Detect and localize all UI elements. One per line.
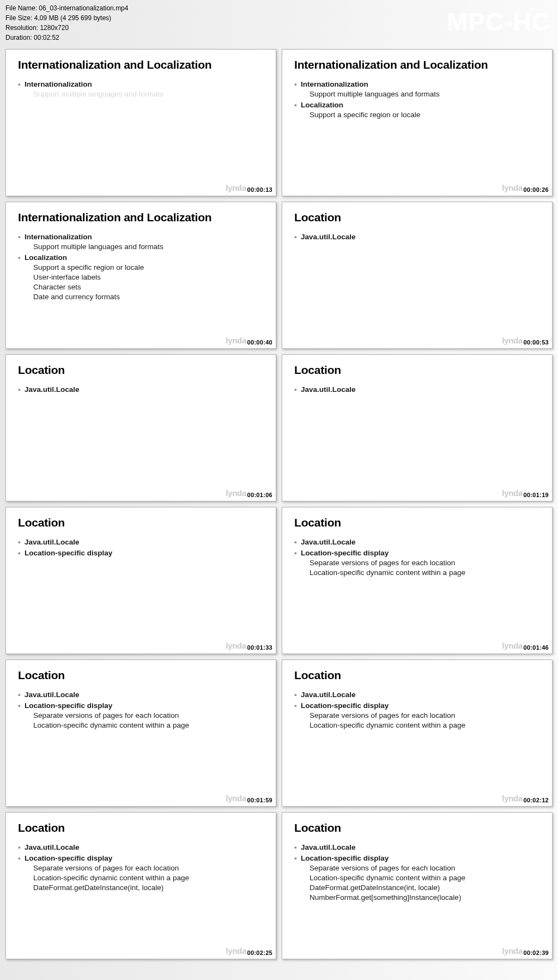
thumbnail-tile[interactable]: LocationJava.util.Localelynda00:01:06: [5, 354, 276, 501]
watermark-text: lynda: [226, 183, 246, 192]
thumbnail-tile[interactable]: LocationJava.util.Localelynda00:01:19: [282, 354, 553, 501]
file-size-label: File Size:: [5, 14, 32, 22]
slide-bullet: Java.util.Locale: [18, 385, 264, 394]
slide-bullet: Java.util.Locale: [18, 843, 264, 851]
slide-bullet: Support a specific region or locale: [294, 111, 540, 119]
slide-title: Internationalization and Localization: [294, 58, 540, 71]
resolution-label: Resolution:: [5, 24, 38, 32]
slide-bullet: Location-specific display: [294, 854, 540, 862]
timestamp-label: 00:00:13: [247, 186, 272, 193]
slide-bullet: Internationalization: [18, 80, 264, 88]
slide-bullet: Date and currency formats: [18, 293, 264, 301]
slide-bullets: Java.util.Locale: [294, 233, 540, 241]
slide-bullets: Java.util.LocaleLocation-specific displa…: [18, 538, 264, 557]
app-title: MPC-HC: [447, 3, 550, 41]
slide-bullets: InternationalizationSupport multiple lan…: [18, 80, 264, 98]
file-size-value: 4,09 MB (4 295 699 bytes): [34, 14, 111, 22]
thumbnail-tile[interactable]: LocationJava.util.LocaleLocation-specifi…: [282, 812, 553, 959]
watermark-text: lynda: [226, 794, 246, 803]
slide-bullet: User-interface labels: [18, 273, 264, 281]
slide-title: Internationalization and Localization: [18, 211, 264, 224]
slide-title: Location: [294, 516, 540, 529]
thumbnail-tile[interactable]: Internationalization and LocalizationInt…: [5, 49, 276, 196]
slide-title: Location: [18, 516, 264, 529]
slide-bullet: Separate versions of pages for each loca…: [18, 711, 264, 719]
slide-bullets: InternationalizationSupport multiple lan…: [18, 233, 264, 301]
slide-bullet: Location-specific dynamic content within…: [294, 721, 540, 729]
watermark-text: lynda: [226, 641, 246, 650]
duration-label: Duration:: [5, 34, 32, 41]
slide-bullets: InternationalizationSupport multiple lan…: [294, 80, 540, 119]
thumbnail-grid: Internationalization and LocalizationInt…: [0, 47, 558, 967]
timestamp-label: 00:00:26: [524, 186, 549, 193]
slide-title: Location: [294, 821, 540, 834]
slide-bullet: Character sets: [18, 283, 264, 291]
slide-bullet: Support multiple languages and formats: [18, 243, 264, 251]
slide-bullet: Location-specific display: [18, 854, 264, 862]
slide-bullet: Java.util.Locale: [18, 691, 264, 699]
slide-bullet: Java.util.Locale: [294, 385, 540, 394]
watermark-text: lynda: [502, 794, 523, 803]
slide-bullet: Support multiple languages and formats: [294, 90, 540, 98]
file-info-header: MPC-HC File Name: 06_03-internationaliza…: [0, 0, 558, 47]
slide-bullet: Location-specific display: [18, 549, 264, 557]
slide-bullet: Java.util.Locale: [294, 538, 540, 546]
watermark-text: lynda: [502, 336, 523, 345]
slide-bullet: Location-specific display: [294, 701, 540, 710]
resolution-value: 1280x720: [40, 24, 69, 32]
thumbnail-tile[interactable]: Internationalization and LocalizationInt…: [282, 49, 553, 196]
slide-bullet: Java.util.Locale: [294, 843, 540, 851]
slide-bullet: Support multiple languages and formats: [18, 90, 264, 98]
timestamp-label: 00:01:19: [524, 492, 549, 498]
slide-bullet: Localization: [294, 101, 540, 109]
watermark-text: lynda: [502, 488, 523, 498]
slide-bullet: Separate versions of pages for each loca…: [294, 864, 540, 872]
thumbnail-tile[interactable]: LocationJava.util.LocaleLocation-specifi…: [282, 507, 553, 654]
slide-bullet: DateFormat.getDateInstance(int, locale): [18, 884, 264, 892]
slide-title: Internationalization and Localization: [18, 58, 264, 71]
thumbnail-tile[interactable]: LocationJava.util.Localelynda00:00:53: [282, 202, 553, 349]
slide-bullets: Java.util.LocaleLocation-specific displa…: [294, 843, 540, 902]
slide-bullet: Java.util.Locale: [294, 691, 540, 699]
slide-title: Location: [18, 669, 264, 682]
slide-bullets: Java.util.LocaleLocation-specific displa…: [18, 843, 264, 892]
file-name-value: 06_03-internationalization.mp4: [39, 4, 128, 12]
timestamp-label: 00:01:59: [247, 797, 272, 803]
file-name-label: File Name:: [5, 4, 37, 12]
slide-bullet: Separate versions of pages for each loca…: [294, 711, 540, 719]
timestamp-label: 00:01:33: [247, 644, 272, 651]
slide-bullet: Location-specific dynamic content within…: [294, 568, 540, 577]
slide-bullet: Location-specific dynamic content within…: [18, 721, 264, 729]
watermark-text: lynda: [226, 336, 246, 345]
watermark-text: lynda: [226, 946, 246, 955]
timestamp-label: 00:00:53: [524, 339, 549, 346]
slide-title: Location: [294, 364, 540, 377]
slide-bullet: Location-specific display: [18, 701, 264, 710]
slide-bullet: DateFormat.getDateInstance(int, locale): [294, 884, 540, 892]
slide-bullet: Location-specific dynamic content within…: [294, 874, 540, 882]
thumbnail-tile[interactable]: LocationJava.util.LocaleLocation-specifi…: [5, 660, 276, 807]
slide-bullet: Java.util.Locale: [18, 538, 264, 546]
timestamp-label: 00:01:46: [524, 644, 549, 651]
timestamp-label: 00:02:39: [524, 949, 549, 956]
thumbnail-tile[interactable]: LocationJava.util.LocaleLocation-specifi…: [5, 507, 276, 654]
slide-bullet: Localization: [18, 253, 264, 262]
watermark-text: lynda: [226, 488, 246, 498]
thumbnail-tile[interactable]: LocationJava.util.LocaleLocation-specifi…: [282, 660, 553, 807]
slide-bullet: Internationalization: [18, 233, 264, 241]
slide-title: Location: [18, 821, 264, 834]
slide-bullets: Java.util.LocaleLocation-specific displa…: [294, 691, 540, 729]
thumbnail-tile[interactable]: LocationJava.util.LocaleLocation-specifi…: [5, 812, 276, 959]
slide-bullet: Separate versions of pages for each loca…: [18, 864, 264, 872]
thumbnail-tile[interactable]: Internationalization and LocalizationInt…: [5, 202, 276, 349]
timestamp-label: 00:02:25: [247, 949, 272, 956]
timestamp-label: 00:02:12: [524, 797, 549, 803]
slide-bullets: Java.util.LocaleLocation-specific displa…: [18, 691, 264, 729]
timestamp-label: 00:01:06: [247, 492, 272, 498]
duration-value: 00:02:52: [34, 34, 59, 41]
timestamp-label: 00:00:40: [247, 339, 272, 346]
slide-bullet: Location-specific dynamic content within…: [18, 874, 264, 882]
slide-title: Location: [294, 669, 540, 682]
slide-bullets: Java.util.Locale: [294, 385, 540, 394]
watermark-text: lynda: [502, 946, 523, 955]
